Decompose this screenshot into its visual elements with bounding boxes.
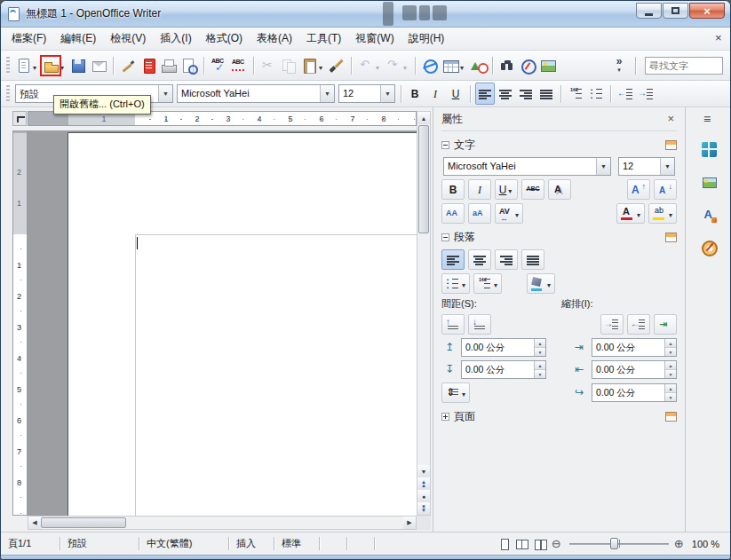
sidebar-font-name-dropdown-icon[interactable] (596, 158, 610, 175)
document-page[interactable] (68, 132, 417, 516)
draw-functions-button[interactable] (468, 54, 488, 76)
before-text-indent-input[interactable]: 0.00 公分 (592, 338, 677, 357)
sidebar-align-justify-button[interactable] (521, 249, 544, 270)
paragraph-section-options-icon[interactable] (665, 233, 677, 242)
hyperlink-button[interactable] (420, 54, 440, 76)
highlight-color-dropdown-arrow[interactable] (667, 208, 674, 220)
font-size-combo[interactable]: 12 (338, 84, 395, 103)
increase-spacing-button[interactable] (441, 314, 465, 335)
expand-icon[interactable] (441, 413, 449, 421)
menu-item-file[interactable]: 檔案(F) (4, 28, 53, 50)
vertical-scrollbar[interactable] (417, 111, 431, 516)
page-section-header[interactable]: 頁面 (441, 409, 677, 424)
status-page-style[interactable]: 預設 (62, 537, 137, 550)
menu-item-insert[interactable]: 插入(I) (153, 28, 198, 50)
align-justify-button[interactable] (536, 83, 556, 105)
zoom-slider[interactable] (569, 537, 669, 550)
spin-up-icon[interactable] (665, 339, 676, 347)
find-replace-button[interactable] (497, 54, 517, 76)
spin-up-icon[interactable] (665, 361, 676, 369)
open-button[interactable] (41, 54, 68, 76)
sidebar-menu-icon[interactable] (700, 114, 718, 129)
paste-button[interactable] (299, 54, 326, 76)
sidebar-tab-navigator[interactable] (695, 235, 722, 260)
paragraph-background-button[interactable] (527, 273, 555, 294)
spin-down-icon[interactable] (535, 347, 545, 356)
menu-item-tools[interactable]: 工具(T) (299, 28, 348, 50)
previous-page-button[interactable] (417, 477, 430, 490)
spin-up-icon[interactable] (535, 339, 545, 347)
shrink-font-button[interactable] (654, 179, 677, 200)
zoom-slider-thumb[interactable] (610, 538, 618, 549)
strikethrough-button[interactable] (521, 179, 544, 200)
scroll-up-icon[interactable] (417, 112, 430, 124)
titlebar[interactable]: 無標題 1 - OpenOffice Writer × (1, 1, 730, 28)
sidebar-align-center-button[interactable] (468, 249, 491, 270)
font-name-dropdown-icon[interactable] (320, 85, 334, 102)
sidebar-bold-button[interactable]: B (441, 179, 465, 200)
save-button[interactable] (68, 54, 88, 76)
character-spacing-button[interactable] (495, 203, 523, 224)
text-section-header[interactable]: 文字 (441, 138, 677, 153)
new-document-dropdown-arrow[interactable] (31, 58, 38, 74)
sidebar-underline-button[interactable]: U (495, 179, 518, 200)
gallery-button[interactable] (538, 54, 558, 76)
spin-down-icon[interactable] (665, 369, 676, 378)
open-dropdown-arrow[interactable] (59, 58, 66, 74)
status-selection-mode[interactable]: 標準 (276, 537, 317, 550)
menu-item-table[interactable]: 表格(A) (250, 28, 299, 50)
scroll-right-icon[interactable] (403, 517, 416, 529)
insert-table-dropdown-arrow[interactable] (458, 58, 465, 74)
next-page-button[interactable] (417, 502, 430, 515)
underline-button[interactable]: U (446, 83, 465, 105)
paragraph-section-header[interactable]: 段落 (441, 230, 677, 245)
line-spacing-button[interactable] (441, 383, 470, 403)
export-pdf-button[interactable] (139, 54, 158, 76)
menu-item-format[interactable]: 格式(O) (199, 28, 250, 50)
status-insert-mode[interactable]: 插入 (231, 537, 272, 550)
decrease-spacing-button[interactable] (468, 314, 491, 335)
decrease-indent-button[interactable] (616, 83, 635, 105)
grow-font-button[interactable] (627, 179, 650, 200)
align-left-button[interactable] (475, 83, 495, 105)
spellcheck-button[interactable] (209, 54, 228, 76)
undo-button[interactable] (356, 54, 383, 76)
close-document-icon[interactable] (711, 31, 727, 47)
font-name-combo[interactable]: Microsoft YaHei (177, 84, 335, 103)
numbering-dropdown-arrow[interactable] (492, 278, 499, 290)
edit-file-button[interactable] (118, 54, 138, 76)
sidebar-tab-properties[interactable] (695, 137, 722, 162)
lowercase-button[interactable] (468, 203, 491, 224)
above-paragraph-spacing-input[interactable]: 0.00 公分 (461, 338, 546, 357)
highlight-color-button[interactable] (648, 203, 677, 224)
print-button[interactable] (159, 54, 179, 76)
redo-button[interactable] (384, 54, 410, 76)
copy-button[interactable] (279, 54, 298, 76)
scroll-left-icon[interactable] (28, 517, 41, 529)
maximize-button[interactable] (663, 3, 688, 19)
close-button[interactable]: × (689, 3, 725, 19)
paragraph-background-dropdown-arrow[interactable] (545, 278, 552, 290)
cut-button[interactable] (258, 54, 278, 76)
scroll-down-icon[interactable] (417, 465, 430, 477)
increase-indent-button[interactable] (600, 314, 624, 335)
menu-item-edit[interactable]: 編輯(E) (53, 28, 103, 50)
minimize-button[interactable] (636, 3, 662, 19)
status-language[interactable]: 中文(繁體) (141, 537, 226, 550)
first-line-indent-input[interactable]: 0.00 公分 (592, 383, 677, 402)
sidebar-font-name-combo[interactable]: Microsoft YaHei (443, 157, 611, 176)
toolbar-overflow-button[interactable] (612, 58, 626, 74)
toolbar-grip[interactable] (6, 85, 10, 103)
navigator-button[interactable] (518, 54, 537, 76)
navigation-button[interactable] (417, 490, 430, 502)
page-preview-button[interactable] (179, 54, 199, 76)
spin-down-icon[interactable] (665, 392, 676, 401)
book-view-icon[interactable] (534, 538, 546, 550)
undo-dropdown-arrow[interactable] (374, 58, 381, 74)
spin-up-icon[interactable] (665, 384, 676, 392)
sidebar-numbering-button[interactable] (473, 273, 502, 294)
sidebar-font-size-dropdown-icon[interactable] (660, 158, 674, 175)
spin-down-icon[interactable] (665, 347, 676, 356)
menu-item-view[interactable]: 檢視(V) (103, 28, 153, 50)
sidebar-align-left-button[interactable] (441, 249, 465, 270)
